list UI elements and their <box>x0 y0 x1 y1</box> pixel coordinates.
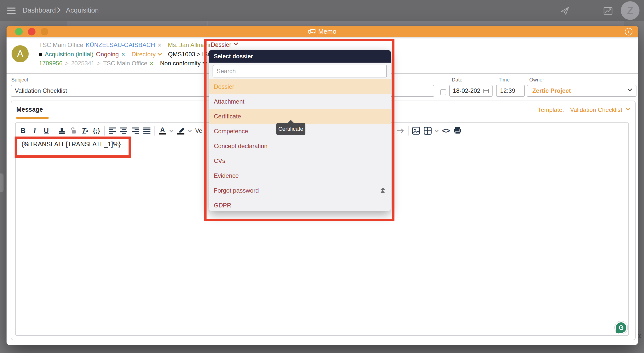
insert-image-icon[interactable] <box>412 126 420 135</box>
dropdown-header: Select dossier <box>209 50 391 63</box>
time-input[interactable] <box>496 85 525 97</box>
date-input[interactable] <box>453 87 480 94</box>
template-label: Template: <box>538 106 564 113</box>
italic-button[interactable]: I <box>31 126 39 135</box>
clear-formatting-button[interactable]: Tx <box>81 126 89 135</box>
dossier-option-label: Certificate <box>214 113 241 120</box>
schedule-checkbox[interactable] <box>440 89 446 95</box>
highlight-button[interactable] <box>177 126 185 135</box>
align-justify-icon[interactable] <box>143 126 151 135</box>
breadcrumb-dashboard[interactable]: Dashboard <box>23 7 56 14</box>
highlight-chevron-icon[interactable] <box>188 128 192 132</box>
table-options-chevron-icon[interactable] <box>435 128 439 132</box>
owner-value: Zertic Project <box>532 87 571 94</box>
info-icon[interactable]: i <box>625 28 632 35</box>
office-location-link[interactable]: KÜNZELSAU-GAISBACH <box>86 41 155 49</box>
reference-office: TSC Main Office <box>103 60 147 67</box>
dossier-option[interactable]: GDPR <box>209 198 391 211</box>
menu-icon[interactable] <box>7 8 16 14</box>
tooltip-caret <box>288 120 294 123</box>
dossier-type-selector[interactable]: Dossier <box>211 41 237 48</box>
dossier-option-label: Competence <box>214 128 248 135</box>
subject-label: Subject <box>11 77 28 83</box>
font-color-bar <box>159 133 166 135</box>
align-center-icon[interactable] <box>120 126 128 135</box>
stamp-icon[interactable] <box>58 126 66 135</box>
toolbar-separator <box>408 126 409 136</box>
category-selector[interactable]: Non conformity <box>160 60 200 67</box>
breadcrumb-acquisition[interactable]: Acquisition <box>66 7 99 14</box>
minimize-button[interactable] <box>28 28 35 35</box>
editor-toolbar-right: <> <box>396 125 462 137</box>
zoom-button[interactable] <box>41 28 48 35</box>
font-color-chevron-icon[interactable] <box>170 128 174 132</box>
dossier-option[interactable]: CVs <box>209 153 391 168</box>
dossier-option-label: Attachment <box>214 98 244 105</box>
date-field[interactable] <box>449 85 493 97</box>
time-label: Time <box>499 77 510 83</box>
dossier-option-label: CVs <box>214 157 225 164</box>
dossier-trigger-label[interactable]: Dossier <box>211 41 231 48</box>
activity-chart-icon[interactable] <box>603 6 613 16</box>
remove-office-icon[interactable]: × <box>158 41 162 49</box>
dossier-option-label: Concept declaration <box>214 143 267 150</box>
calendar-icon[interactable] <box>483 88 489 94</box>
dossier-option[interactable]: Concept declaration <box>209 139 391 153</box>
category-chevron-icon[interactable] <box>203 60 207 65</box>
highlight-bar <box>177 133 184 135</box>
tab-active-underline <box>16 117 49 119</box>
toolbar-separator <box>154 126 155 136</box>
editor-toolbar-left: B I U Tx {;} <box>19 125 202 137</box>
screen: « Dashboard Acquisition Z Memo i <box>0 0 644 353</box>
redo-arrow-icon[interactable] <box>396 126 405 135</box>
recipient-person[interactable]: Ms. Jan Allmann <box>168 41 212 49</box>
unlock-icon[interactable] <box>69 126 77 135</box>
insert-table-icon[interactable] <box>424 126 432 135</box>
owner-label: Owner <box>529 77 544 83</box>
dossier-search-input[interactable] <box>213 65 387 77</box>
font-color-button[interactable]: A <box>158 126 167 135</box>
send-icon[interactable] <box>560 6 570 16</box>
incognito-icon <box>380 188 386 194</box>
memo-titlebar: Memo i <box>7 26 638 37</box>
dossier-option[interactable]: Dossier <box>209 79 391 94</box>
recipient-row: TSC Main Office KÜNZELSAU-GAISBACH × Ms.… <box>39 41 218 49</box>
template-selector[interactable]: Template: Validation Checklist <box>538 106 630 113</box>
directory-selector[interactable]: Directory <box>132 51 156 58</box>
dossier-option-list: Dossier Attachment Certificate Compete <box>209 79 391 211</box>
underline-button[interactable]: U <box>42 126 50 135</box>
directory-chevron-icon[interactable] <box>157 51 162 56</box>
font-family-select[interactable]: Ve <box>195 126 202 135</box>
bold-button[interactable]: B <box>19 126 27 135</box>
user-avatar[interactable]: Z <box>621 1 639 20</box>
reference-id[interactable]: 1709956 <box>39 60 62 67</box>
dossier-option[interactable]: Forgot password <box>209 183 391 198</box>
top-navigation-bar: Dashboard Acquisition Z <box>0 0 644 21</box>
message-body-text[interactable]: {%TRANSLATE[TRANSLATE_1]%} <box>22 141 121 148</box>
memo-icon <box>308 28 316 35</box>
code-braces-button[interactable]: {;} <box>93 126 101 135</box>
reference-sep: > <box>97 60 101 67</box>
background-side-tab <box>0 173 4 192</box>
clear-formatting-x: x <box>86 128 88 133</box>
tab-message[interactable]: Message <box>16 106 43 113</box>
template-value[interactable]: Validation Checklist <box>570 106 622 113</box>
dossier-option-label: Forgot password <box>214 187 259 194</box>
source-code-button[interactable]: <> <box>442 126 450 135</box>
align-left-icon[interactable] <box>108 126 116 135</box>
align-right-icon[interactable] <box>131 126 139 135</box>
template-chevron-icon[interactable] <box>626 106 630 110</box>
remove-process-icon[interactable]: × <box>121 51 125 58</box>
reference-number: 2025341 <box>71 60 94 67</box>
close-button[interactable] <box>15 28 23 35</box>
dossier-option[interactable]: Evidence <box>209 168 391 183</box>
grammarly-badge[interactable]: G <box>614 321 628 334</box>
remove-reference-icon[interactable]: × <box>150 60 154 67</box>
reference-row: 1709956 > 2025341 > TSC Main Office × No… <box>39 59 207 67</box>
dossier-option[interactable]: Certificate <box>209 109 391 124</box>
dossier-option[interactable]: Attachment <box>209 94 391 109</box>
dossier-chevron-icon[interactable] <box>234 41 238 45</box>
toolbar-separator <box>54 126 54 136</box>
owner-select[interactable]: Zertic Project <box>527 85 636 97</box>
print-icon[interactable] <box>454 126 462 135</box>
